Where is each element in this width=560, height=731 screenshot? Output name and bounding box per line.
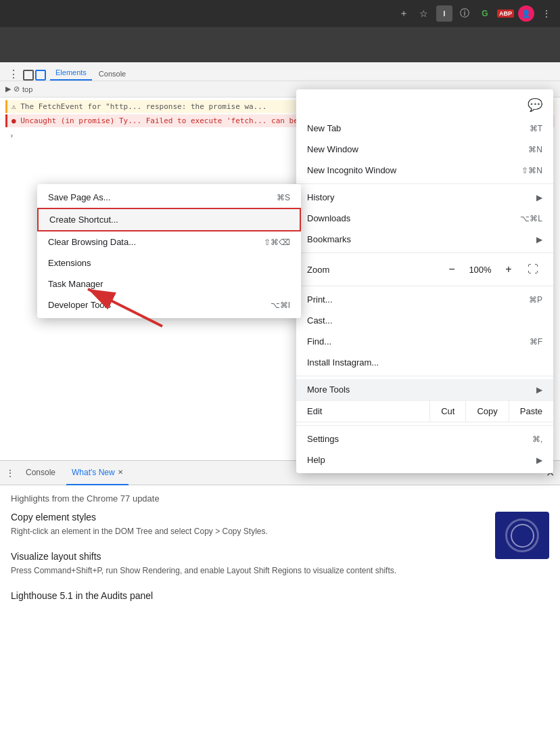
menu-history[interactable]: History ▶ [296, 187, 553, 208]
devtools-section-title: Highlights from the Chrome 77 update [11, 493, 549, 504]
submenu-create-shortcut[interactable]: Create Shortcut... [37, 208, 301, 231]
tab-whats-new[interactable]: What's New ✕ [66, 461, 129, 485]
menu-new-window[interactable]: New Window ⌘N [296, 139, 553, 160]
menu-divider-3 [296, 286, 553, 286]
submenu-clear-browsing[interactable]: Clear Browsing Data... ⇧⌘⌫ [37, 231, 301, 252]
extension-icon[interactable]: I [436, 5, 452, 22]
info-icon[interactable]: ⓘ [457, 5, 473, 22]
menu-find[interactable]: Find... ⌘F [296, 331, 553, 352]
menu-print[interactable]: Print... ⌘P [296, 289, 553, 310]
main-content: ⋮ Elements Console ▶ ⊘ top ⚠ The FetchEv… [0, 62, 560, 731]
submenu-extensions[interactable]: Extensions [37, 252, 301, 273]
submenu-developer-tools-shortcut: ⌥⌘I [271, 301, 290, 310]
menu-find-shortcut: ⌘F [530, 337, 542, 347]
menu-new-incognito[interactable]: New Incognito Window ⇧⌘N [296, 160, 553, 181]
menu-new-tab[interactable]: New Tab ⌘T [296, 118, 553, 139]
tab-console-bottom[interactable]: Console [20, 461, 61, 485]
warning-icon: ⚠ [11, 102, 20, 111]
device-icon[interactable] [35, 70, 46, 81]
avatar-icon[interactable]: 👤 [518, 5, 534, 22]
menu-install-label: Install Instagram... [307, 357, 542, 368]
menu-new-incognito-label: New Incognito Window [307, 165, 516, 175]
sub-menu: Save Page As... ⌘S Create Shortcut... Cl… [37, 184, 301, 318]
menu-divider-4 [296, 376, 553, 376]
zoom-fullscreen-icon[interactable]: ⛶ [523, 260, 542, 279]
submenu-developer-tools[interactable]: Developer Tools ⌥⌘I [37, 294, 301, 315]
menu-downloads-shortcut: ⌥⌘L [520, 214, 542, 223]
menu-settings-label: Settings [307, 434, 527, 444]
tab-elements[interactable]: Elements [50, 66, 92, 81]
menu-downloads-label: Downloads [307, 213, 515, 223]
feature-thumbnail [495, 512, 549, 559]
devtools-bottom-panel: ⋮ Console What's New ✕ ✕ Highlights from… [0, 460, 560, 731]
menu-cast[interactable]: Cast... [296, 310, 553, 331]
menu-bookmarks-label: Bookmarks [307, 234, 531, 244]
copy-button[interactable]: Copy [465, 401, 508, 422]
menu-settings[interactable]: Settings ⌘, [296, 428, 553, 449]
menu-new-incognito-shortcut: ⇧⌘N [521, 166, 542, 175]
menu-icon[interactable]: ⋮ [538, 5, 555, 22]
devtools-options-icon[interactable]: ⋮ [5, 68, 22, 81]
zoom-plus-button[interactable]: + [499, 260, 518, 279]
tab-console[interactable]: Console [93, 67, 131, 81]
feature-lighthouse: Lighthouse 5.1 in the Audits panel [11, 590, 549, 601]
menu-cast-label: Cast... [307, 315, 542, 326]
menu-more-tools[interactable]: More Tools ▶ [296, 379, 553, 400]
block-icon[interactable]: ⊘ [14, 85, 20, 93]
edit-label: Edit [296, 401, 429, 422]
play-icon[interactable]: ▶ [5, 85, 11, 93]
menu-more-tools-label: More Tools [307, 384, 531, 395]
feature-layout-shifts-desc: Press Command+Shift+P, run Show Renderin… [11, 564, 549, 577]
menu-install[interactable]: Install Instagram... [296, 352, 553, 373]
submenu-save-page-label: Save Page As... [48, 192, 277, 202]
menu-help[interactable]: Help ▶ [296, 449, 553, 470]
inspect-icon[interactable] [23, 70, 34, 81]
submenu-clear-browsing-label: Clear Browsing Data... [48, 237, 264, 247]
menu-new-tab-shortcut: ⌘T [530, 124, 542, 133]
plus-icon[interactable]: ＋ [396, 5, 412, 22]
menu-downloads[interactable]: Downloads ⌥⌘L [296, 208, 553, 229]
edit-row: Edit Cut Copy Paste [296, 400, 553, 422]
star-icon[interactable]: ☆ [416, 5, 432, 22]
feature-layout-shifts-title: Visualize layout shifts [11, 551, 549, 562]
menu-bookmarks-arrow-icon: ▶ [536, 235, 542, 244]
menu-divider-5 [296, 425, 553, 426]
feature-copy-styles-title: Copy element styles [11, 512, 549, 523]
feature-layout-shifts: Visualize layout shifts Press Command+Sh… [11, 551, 549, 577]
submenu-extensions-label: Extensions [48, 258, 290, 268]
submenu-create-shortcut-label: Create Shortcut... [49, 215, 289, 225]
menu-new-window-label: New Window [307, 144, 523, 154]
zoom-minus-button[interactable]: − [442, 260, 461, 279]
menu-bookmarks[interactable]: Bookmarks ▶ [296, 229, 553, 250]
browser-toolbar [0, 27, 560, 62]
tab-close-icon[interactable]: ✕ [118, 468, 123, 476]
paste-button[interactable]: Paste [509, 401, 553, 422]
devtools-main-tabs: ⋮ Elements Console [0, 62, 560, 81]
chat-icon[interactable]: 💬 [528, 97, 542, 112]
abp-icon[interactable]: ABP [497, 9, 514, 18]
menu-settings-shortcut: ⌘, [532, 435, 542, 444]
zoom-row: Zoom − 100% + ⛶ [296, 256, 553, 283]
zoom-controls: − 100% + ⛶ [442, 260, 542, 279]
zoom-percent: 100% [467, 265, 494, 275]
submenu-developer-tools-label: Developer Tools [48, 300, 271, 310]
feature-copy-styles-desc: Right-click an element in the DOM Tree a… [11, 525, 549, 537]
devtools-bottom-options-icon[interactable]: ⋮ [5, 468, 15, 479]
menu-print-shortcut: ⌘P [529, 295, 542, 305]
submenu-task-manager[interactable]: Task Manager [37, 273, 301, 294]
menu-history-label: History [307, 192, 531, 202]
chat-icon-row: 💬 [296, 92, 553, 118]
menu-new-tab-label: New Tab [307, 123, 524, 133]
devtools-content: Highlights from the Chrome 77 update Cop… [0, 485, 560, 731]
submenu-save-page[interactable]: Save Page As... ⌘S [37, 187, 301, 208]
grammarly-icon[interactable]: G [477, 5, 493, 22]
menu-help-label: Help [307, 455, 531, 465]
menu-divider-1 [296, 183, 553, 184]
feature-copy-styles: Copy element styles Right-click an eleme… [11, 512, 549, 537]
menu-print-label: Print... [307, 294, 523, 305]
submenu-clear-browsing-shortcut: ⇧⌘⌫ [264, 238, 290, 247]
cut-button[interactable]: Cut [429, 401, 465, 422]
feature-lighthouse-title: Lighthouse 5.1 in the Audits panel [11, 590, 549, 601]
menu-new-window-shortcut: ⌘N [528, 145, 542, 154]
title-bar: ＋ ☆ I ⓘ G ABP 👤 ⋮ [0, 0, 560, 27]
